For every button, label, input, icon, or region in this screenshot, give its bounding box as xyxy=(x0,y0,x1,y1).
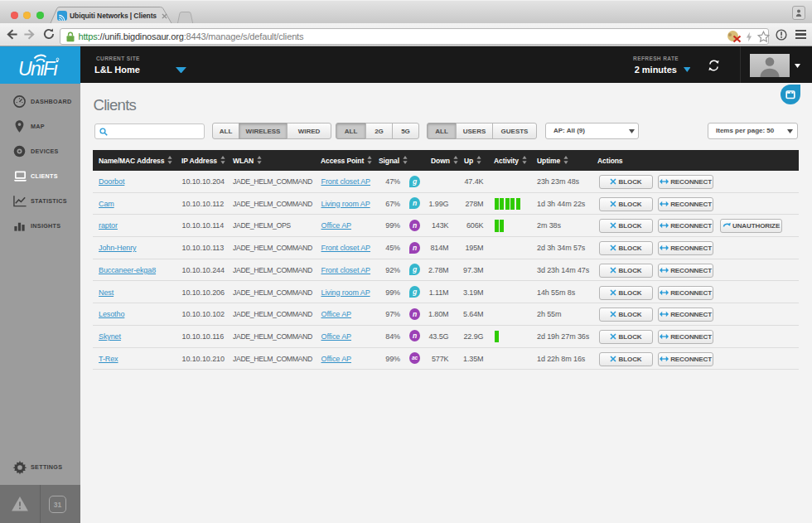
svg-text:UniFi: UniFi xyxy=(18,58,59,80)
